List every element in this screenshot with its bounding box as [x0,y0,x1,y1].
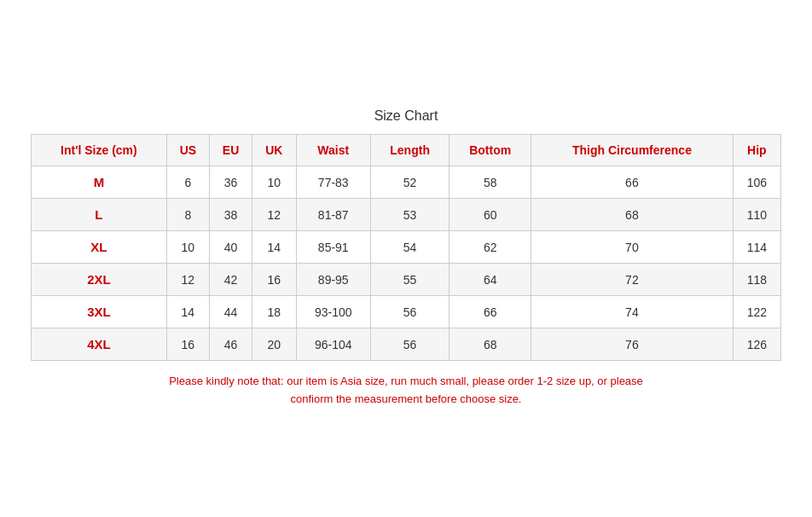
cell-eu: 42 [209,264,252,296]
table-header-row: Int'l Size (cm) US EU UK Waist Length Bo… [32,135,781,166]
table-row: 2XL12421689-95556472118 [32,264,781,296]
cell-bottom: 62 [450,231,531,264]
table-body: M6361077-83525866106L8381281-87536068110… [32,166,781,361]
cell-uk: 10 [252,166,296,199]
note-text: Please kindly note that: our item is Asi… [31,373,781,409]
page-title: Size Chart [31,108,781,124]
cell-thigh: 70 [531,231,734,264]
cell-size: 4XL [32,328,167,361]
cell-length: 55 [371,264,450,296]
cell-us: 12 [166,264,209,296]
note-line1: Please kindly note that: our item is Asi… [169,375,643,387]
cell-uk: 18 [252,296,296,328]
cell-eu: 44 [209,296,252,328]
cell-waist: 89-95 [296,264,371,296]
size-chart-container: Size Chart Int'l Size (cm) US EU UK Wais… [14,100,798,417]
header-length: Length [371,135,450,166]
cell-length: 54 [371,231,450,264]
cell-us: 6 [166,166,209,199]
cell-size: L [32,199,167,231]
cell-thigh: 74 [531,296,734,328]
cell-us: 14 [166,296,209,328]
cell-hip: 110 [733,199,780,231]
cell-us: 10 [166,231,209,264]
size-chart-table: Int'l Size (cm) US EU UK Waist Length Bo… [31,134,781,361]
cell-hip: 106 [733,166,780,199]
cell-length: 53 [371,199,450,231]
header-thigh-circumference: Thigh Circumference [531,135,734,166]
cell-us: 16 [166,328,209,361]
cell-length: 56 [371,328,450,361]
cell-thigh: 68 [531,199,734,231]
cell-us: 8 [166,199,209,231]
cell-eu: 36 [209,166,252,199]
cell-hip: 118 [733,264,780,296]
cell-length: 52 [371,166,450,199]
header-intl-size: Int'l Size (cm) [32,135,167,166]
table-row: XL10401485-91546270114 [32,231,781,264]
table-row: 3XL14441893-100566674122 [32,296,781,328]
header-hip: Hip [733,135,780,166]
table-row: M6361077-83525866106 [32,166,781,199]
cell-waist: 93-100 [296,296,371,328]
cell-thigh: 72 [531,264,734,296]
cell-waist: 81-87 [296,199,371,231]
cell-hip: 126 [733,328,780,361]
cell-waist: 77-83 [296,166,371,199]
cell-uk: 16 [252,264,296,296]
header-us: US [166,135,209,166]
cell-waist: 96-104 [296,328,371,361]
cell-eu: 46 [209,328,252,361]
table-row: L8381281-87536068110 [32,199,781,231]
cell-length: 56 [371,296,450,328]
cell-uk: 12 [252,199,296,231]
cell-bottom: 58 [450,166,531,199]
cell-waist: 85-91 [296,231,371,264]
cell-bottom: 64 [450,264,531,296]
header-uk: UK [252,135,296,166]
header-eu: EU [209,135,252,166]
cell-uk: 14 [252,231,296,264]
cell-bottom: 60 [450,199,531,231]
cell-size: 3XL [32,296,167,328]
cell-size: 2XL [32,264,167,296]
header-waist: Waist [296,135,371,166]
cell-eu: 38 [209,199,252,231]
cell-uk: 20 [252,328,296,361]
cell-hip: 114 [733,231,780,264]
table-row: 4XL16462096-104566876126 [32,328,781,361]
cell-hip: 122 [733,296,780,328]
cell-thigh: 66 [531,166,734,199]
cell-eu: 40 [209,231,252,264]
cell-bottom: 66 [450,296,531,328]
note-line2: confiorm the measurement before choose s… [291,392,522,405]
header-bottom: Bottom [450,135,531,166]
cell-size: XL [32,231,167,264]
cell-size: M [32,166,167,199]
cell-thigh: 76 [531,328,734,361]
cell-bottom: 68 [450,328,531,361]
